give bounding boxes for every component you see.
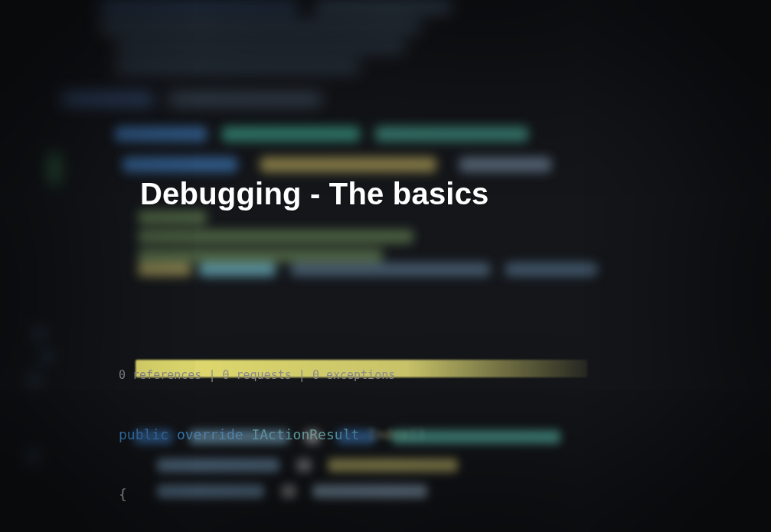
code-blur-lower <box>134 429 570 498</box>
codelens-row: 0 references | 0 requests | 0 exceptions <box>119 365 426 385</box>
codelens-references: 0 references <box>119 368 201 382</box>
codelens-exceptions: 0 exceptions <box>312 368 395 382</box>
codelens-requests: 0 requests <box>222 368 291 382</box>
code-editor-background: 0 references | 0 requests | 0 exceptions… <box>0 0 771 532</box>
page-title: Debugging - The basics <box>140 177 489 211</box>
